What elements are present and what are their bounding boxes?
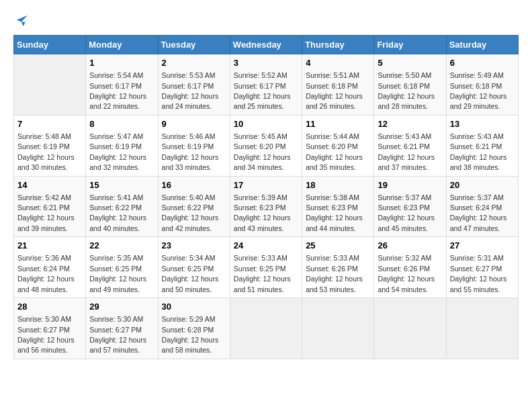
calendar-cell <box>230 298 302 359</box>
day-number: 27 <box>450 240 515 252</box>
sunrise-text: Sunrise: 5:46 AM <box>162 132 216 140</box>
sunset-text: Sunset: 6:25 PM <box>234 265 286 273</box>
daylight-text: Daylight: 12 hours and 30 minutes. <box>17 153 75 171</box>
sunset-text: Sunset: 6:27 PM <box>450 265 502 273</box>
day-number: 4 <box>306 57 370 69</box>
daylight-text: Daylight: 12 hours and 39 minutes. <box>17 214 75 232</box>
sunrise-text: Sunrise: 5:43 AM <box>378 132 431 140</box>
daylight-text: Daylight: 12 hours and 44 minutes. <box>306 214 363 232</box>
day-number: 30 <box>162 301 226 313</box>
sunset-text: Sunset: 6:18 PM <box>450 82 502 90</box>
sunset-text: Sunset: 6:20 PM <box>306 142 358 150</box>
logo-bird-icon <box>15 13 30 28</box>
sunrise-text: Sunrise: 5:35 AM <box>89 254 143 262</box>
sunset-text: Sunset: 6:24 PM <box>450 203 502 212</box>
day-number: 16 <box>162 179 226 191</box>
sunset-text: Sunset: 6:24 PM <box>17 265 70 273</box>
calendar-week-row: 7Sunrise: 5:48 AMSunset: 6:19 PMDaylight… <box>14 115 519 176</box>
day-number: 9 <box>162 118 226 130</box>
calendar-cell: 23Sunrise: 5:34 AMSunset: 6:25 PMDayligh… <box>158 237 230 298</box>
day-number: 2 <box>162 57 226 69</box>
calendar-cell: 7Sunrise: 5:48 AMSunset: 6:19 PMDaylight… <box>14 115 86 176</box>
daylight-text: Daylight: 12 hours and 54 minutes. <box>378 275 435 293</box>
day-number: 22 <box>89 240 154 252</box>
daylight-text: Daylight: 12 hours and 35 minutes. <box>306 153 363 171</box>
header-cell-tuesday: Tuesday <box>158 36 230 54</box>
sunrise-text: Sunrise: 5:45 AM <box>234 132 287 140</box>
day-number: 5 <box>378 57 442 69</box>
sunrise-text: Sunrise: 5:29 AM <box>162 315 216 323</box>
calendar-cell: 11Sunrise: 5:44 AMSunset: 6:20 PMDayligh… <box>302 115 374 176</box>
sunrise-text: Sunrise: 5:31 AM <box>450 254 504 262</box>
sunset-text: Sunset: 6:18 PM <box>378 82 430 90</box>
day-number: 17 <box>234 179 298 191</box>
day-number: 29 <box>89 301 154 313</box>
sunrise-text: Sunrise: 5:30 AM <box>89 315 143 323</box>
sunset-text: Sunset: 6:27 PM <box>89 326 142 334</box>
calendar-cell: 16Sunrise: 5:40 AMSunset: 6:22 PMDayligh… <box>158 176 230 237</box>
calendar-cell: 5Sunrise: 5:50 AMSunset: 6:18 PMDaylight… <box>374 54 446 116</box>
sunset-text: Sunset: 6:17 PM <box>162 82 214 90</box>
sunrise-text: Sunrise: 5:50 AM <box>378 71 431 79</box>
header-cell-saturday: Saturday <box>446 36 518 54</box>
header-cell-sunday: Sunday <box>14 36 86 54</box>
sunset-text: Sunset: 6:22 PM <box>162 203 214 212</box>
calendar-cell: 27Sunrise: 5:31 AMSunset: 6:27 PMDayligh… <box>446 237 518 298</box>
daylight-text: Daylight: 12 hours and 56 minutes. <box>17 336 75 354</box>
calendar-week-row: 28Sunrise: 5:30 AMSunset: 6:27 PMDayligh… <box>14 298 519 359</box>
calendar-cell <box>446 298 518 359</box>
header-cell-thursday: Thursday <box>302 36 374 54</box>
sunrise-text: Sunrise: 5:32 AM <box>378 254 431 262</box>
day-number: 7 <box>17 118 82 130</box>
sunrise-text: Sunrise: 5:37 AM <box>450 193 504 201</box>
day-number: 11 <box>306 118 370 130</box>
sunset-text: Sunset: 6:18 PM <box>306 82 358 90</box>
sunrise-text: Sunrise: 5:43 AM <box>450 132 504 140</box>
header-cell-monday: Monday <box>86 36 158 54</box>
daylight-text: Daylight: 12 hours and 32 minutes. <box>89 153 146 171</box>
day-number: 19 <box>378 179 442 191</box>
calendar-week-row: 21Sunrise: 5:36 AMSunset: 6:24 PMDayligh… <box>14 237 519 298</box>
day-number: 18 <box>306 179 370 191</box>
sunrise-text: Sunrise: 5:39 AM <box>234 193 287 201</box>
day-number: 6 <box>450 57 515 69</box>
sunset-text: Sunset: 6:21 PM <box>378 142 430 150</box>
sunrise-text: Sunrise: 5:52 AM <box>234 71 287 79</box>
day-number: 12 <box>378 118 442 130</box>
header-cell-wednesday: Wednesday <box>230 36 302 54</box>
daylight-text: Daylight: 12 hours and 50 minutes. <box>162 275 219 293</box>
day-number: 28 <box>17 301 82 313</box>
daylight-text: Daylight: 12 hours and 43 minutes. <box>234 214 291 232</box>
sunset-text: Sunset: 6:25 PM <box>162 265 214 273</box>
day-number: 23 <box>162 240 226 252</box>
day-number: 10 <box>234 118 298 130</box>
calendar-cell: 18Sunrise: 5:38 AMSunset: 6:23 PMDayligh… <box>302 176 374 237</box>
sunrise-text: Sunrise: 5:42 AM <box>17 193 71 201</box>
day-number: 21 <box>17 240 82 252</box>
calendar-cell: 26Sunrise: 5:32 AMSunset: 6:26 PMDayligh… <box>374 237 446 298</box>
sunrise-text: Sunrise: 5:33 AM <box>306 254 359 262</box>
day-number: 1 <box>89 57 154 69</box>
sunrise-text: Sunrise: 5:53 AM <box>162 71 216 79</box>
sunset-text: Sunset: 6:27 PM <box>17 326 70 334</box>
calendar-cell: 17Sunrise: 5:39 AMSunset: 6:23 PMDayligh… <box>230 176 302 237</box>
sunrise-text: Sunrise: 5:30 AM <box>17 315 71 323</box>
calendar-cell: 19Sunrise: 5:37 AMSunset: 6:23 PMDayligh… <box>374 176 446 237</box>
calendar-week-row: 1Sunrise: 5:54 AMSunset: 6:17 PMDaylight… <box>14 54 519 116</box>
sunset-text: Sunset: 6:25 PM <box>89 265 142 273</box>
daylight-text: Daylight: 12 hours and 33 minutes. <box>162 153 219 171</box>
sunrise-text: Sunrise: 5:48 AM <box>17 132 71 140</box>
calendar-cell: 4Sunrise: 5:51 AMSunset: 6:18 PMDaylight… <box>302 54 374 116</box>
day-number: 25 <box>306 240 370 252</box>
daylight-text: Daylight: 12 hours and 57 minutes. <box>89 336 146 354</box>
sunrise-text: Sunrise: 5:38 AM <box>306 193 359 201</box>
calendar-cell: 9Sunrise: 5:46 AMSunset: 6:19 PMDaylight… <box>158 115 230 176</box>
day-number: 8 <box>89 118 154 130</box>
calendar-cell: 30Sunrise: 5:29 AMSunset: 6:28 PMDayligh… <box>158 298 230 359</box>
daylight-text: Daylight: 12 hours and 55 minutes. <box>450 275 507 293</box>
daylight-text: Daylight: 12 hours and 26 minutes. <box>306 92 363 110</box>
calendar-cell <box>302 298 374 359</box>
sunrise-text: Sunrise: 5:47 AM <box>89 132 143 140</box>
sunset-text: Sunset: 6:22 PM <box>89 203 142 212</box>
daylight-text: Daylight: 12 hours and 48 minutes. <box>17 275 75 293</box>
